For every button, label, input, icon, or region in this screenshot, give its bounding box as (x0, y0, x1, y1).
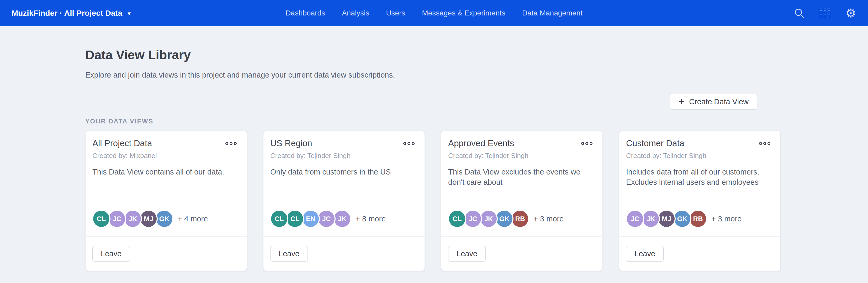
member-avatar: RB (690, 211, 706, 227)
member-avatar: MJ (658, 211, 675, 227)
nav-item-data-management[interactable]: Data Management (522, 9, 583, 17)
card-created-by: Created by: Tejinder Singh (448, 152, 596, 160)
member-avatar: JK (334, 211, 350, 227)
more-members-label: + 4 more (178, 215, 208, 223)
member-avatar: JK (125, 211, 141, 227)
card-description: Includes data from all of our customers.… (626, 167, 774, 187)
card-body: Customer Data Created by: Tejinder Singh… (619, 131, 780, 236)
member-avatar: MJ (141, 211, 157, 227)
project-switcher[interactable]: MuzikFinder · All Project Data ▼ (11, 9, 132, 17)
member-avatar: JC (465, 211, 481, 227)
card-title: All Project Data (92, 138, 152, 148)
card-title: Customer Data (626, 138, 684, 148)
three-dots-menu-icon[interactable] (225, 140, 237, 146)
create-data-view-button-label: Create Data View (689, 98, 749, 106)
card-footer: Leave (619, 236, 780, 271)
member-avatar-row: CLJCJKMJGK+ 4 more (92, 211, 240, 227)
apps-grid-icon[interactable] (819, 7, 831, 19)
main-nav: DashboardsAnalysisUsersMessages & Experi… (285, 9, 583, 17)
member-avatar: GK (496, 211, 513, 227)
card-created-by: Created by: Mixpanel (92, 152, 240, 160)
page-subtitle: Explore and join data views in this proj… (85, 71, 783, 79)
main-content: Data View Library Explore and join data … (0, 49, 868, 271)
member-avatar: EN (303, 211, 319, 227)
three-dots-menu-icon[interactable] (581, 140, 593, 146)
settings-gear-icon[interactable]: ⚙ (845, 7, 857, 19)
three-dots-menu-icon[interactable] (758, 140, 771, 146)
data-view-card: Customer Data Created by: Tejinder Singh… (619, 131, 781, 271)
create-data-view-button[interactable]: + Create Data View (670, 94, 757, 109)
leave-button[interactable]: Leave (92, 246, 130, 261)
more-members-label: + 3 more (533, 215, 564, 223)
member-avatar: CL (449, 211, 465, 227)
nav-item-users[interactable]: Users (386, 9, 405, 17)
data-view-card: All Project Data Created by: Mixpanel Th… (85, 131, 247, 271)
member-avatar: JC (109, 211, 125, 227)
member-avatar: JK (480, 211, 497, 227)
search-icon[interactable] (794, 7, 805, 19)
navbar-icon-group: ⚙ (794, 7, 857, 19)
card-created-by: Created by: Tejinder Singh (626, 152, 774, 160)
card-created-by: Created by: Tejinder Singh (270, 152, 418, 160)
data-view-card: US Region Created by: Tejinder Singh Onl… (263, 131, 425, 271)
card-footer: Leave (86, 236, 247, 271)
member-avatar-row: CLJCJKGKRB+ 3 more (448, 211, 596, 227)
member-avatar: JC (627, 211, 643, 227)
member-avatar-row: CLCLENJCJK+ 8 more (270, 211, 418, 227)
member-avatar: JK (643, 211, 659, 227)
card-title: Approved Events (448, 138, 514, 148)
leave-button[interactable]: Leave (270, 246, 308, 261)
your-data-views-label: YOUR DATA VIEWS (85, 118, 783, 125)
member-avatar: CL (287, 211, 303, 227)
leave-button[interactable]: Leave (448, 246, 486, 261)
top-navbar: MuzikFinder · All Project Data ▼ Dashboa… (0, 0, 868, 26)
project-switcher-label: MuzikFinder · All Project Data (11, 9, 122, 17)
leave-button[interactable]: Leave (626, 246, 663, 261)
card-body: All Project Data Created by: Mixpanel Th… (86, 131, 247, 236)
card-description: This Data View excludes the events we do… (448, 167, 596, 187)
card-body: US Region Created by: Tejinder Singh Onl… (264, 131, 425, 236)
three-dots-menu-icon[interactable] (403, 140, 415, 146)
member-avatar: GK (674, 211, 690, 227)
card-description: This Data View contains all of our data. (92, 167, 240, 177)
member-avatar: JC (318, 211, 335, 227)
more-members-label: + 3 more (711, 215, 742, 223)
card-body: Approved Events Created by: Tejinder Sin… (441, 131, 602, 236)
card-footer: Leave (264, 236, 425, 271)
member-avatar: RB (512, 211, 528, 227)
card-description: Only data from customers in the US (270, 167, 418, 177)
nav-item-dashboards[interactable]: Dashboards (285, 9, 325, 17)
nav-item-messages-experiments[interactable]: Messages & Experiments (422, 9, 505, 17)
data-view-card: Approved Events Created by: Tejinder Sin… (441, 131, 603, 271)
plus-icon: + (679, 97, 684, 106)
nav-item-analysis[interactable]: Analysis (342, 9, 369, 17)
member-avatar-row: JCJKMJGKRB+ 3 more (626, 211, 774, 227)
member-avatar: CL (271, 211, 287, 227)
member-avatar: CL (93, 211, 110, 227)
more-members-label: + 8 more (355, 215, 386, 223)
chevron-down-icon: ▼ (126, 11, 132, 17)
data-view-card-list: All Project Data Created by: Mixpanel Th… (85, 131, 783, 271)
page-title: Data View Library (85, 49, 783, 61)
card-footer: Leave (441, 236, 602, 271)
card-title: US Region (270, 138, 312, 148)
member-avatar: GK (156, 211, 173, 227)
